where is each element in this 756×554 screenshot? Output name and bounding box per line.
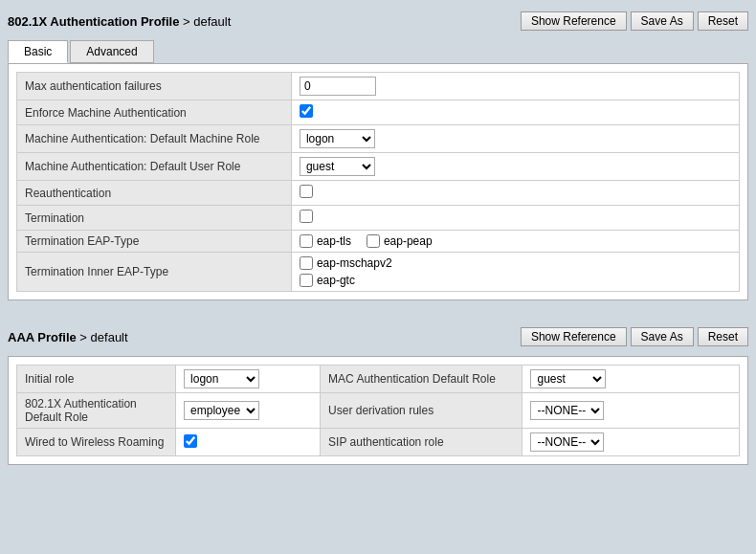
termination-label: Termination bbox=[17, 206, 292, 231]
initial-role-label: Initial role bbox=[17, 366, 176, 393]
reauthentication-label: Reauthentication bbox=[17, 181, 292, 206]
eap-gtc-option: eap-gtc bbox=[300, 274, 731, 287]
max-auth-failures-cell bbox=[291, 73, 739, 100]
sip-authentication-role-cell: --NONE-- bbox=[523, 429, 740, 456]
enforce-machine-auth-checkbox[interactable] bbox=[300, 104, 313, 118]
machine-auth-default-user-role-cell: guest logon employee bbox=[291, 153, 739, 181]
termination-cell bbox=[291, 206, 739, 231]
wired-to-wireless-roaming-checkbox[interactable] bbox=[184, 434, 197, 448]
tab-basic[interactable]: Basic bbox=[8, 40, 68, 63]
section2-title-separator: > bbox=[77, 330, 91, 344]
section2-buttons: Show Reference Save As Reset bbox=[521, 327, 748, 346]
section1-title-prefix: 802.1X Authentication Profile bbox=[8, 14, 179, 29]
section1-title-separator: > bbox=[179, 14, 193, 29]
machine-auth-default-machine-role-select[interactable]: logon guest employee bbox=[300, 129, 375, 148]
mac-auth-default-role-label: MAC Authentication Default Role bbox=[321, 366, 523, 393]
user-derivation-rules-cell: --NONE-- bbox=[523, 393, 740, 429]
initial-role-select[interactable]: logon guest employee bbox=[184, 369, 259, 388]
section1-panel: Max authentication failures Enforce Mach… bbox=[8, 63, 748, 300]
section2-save-as-button[interactable]: Save As bbox=[631, 327, 694, 346]
table-row: Enforce Machine Authentication bbox=[17, 100, 740, 125]
enforce-machine-auth-cell bbox=[291, 100, 739, 125]
machine-auth-default-machine-role-cell: logon guest employee bbox=[291, 125, 739, 153]
dot1x-auth-default-role-cell: employee logon guest bbox=[176, 393, 321, 429]
mac-auth-default-role-cell: guest logon employee bbox=[523, 366, 740, 393]
table-row: Initial role logon guest employee MAC Au… bbox=[17, 366, 740, 393]
section2-reset-button[interactable]: Reset bbox=[698, 327, 748, 346]
eap-peap-checkbox[interactable] bbox=[367, 234, 380, 248]
machine-auth-default-user-role-label: Machine Authentication: Default User Rol… bbox=[17, 153, 292, 181]
reauthentication-cell bbox=[291, 181, 739, 206]
section1-save-as-button[interactable]: Save As bbox=[631, 11, 694, 31]
table-row: Wired to Wireless Roaming SIP authentica… bbox=[17, 429, 740, 456]
section2-title-value: default bbox=[91, 330, 128, 344]
section2-title: AAA Profile > default bbox=[8, 330, 128, 344]
eap-tls-checkbox[interactable] bbox=[300, 234, 313, 248]
machine-auth-default-machine-role-label: Machine Authentication: Default Machine … bbox=[17, 125, 292, 153]
mac-auth-default-role-select[interactable]: guest logon employee bbox=[530, 369, 606, 388]
sip-authentication-role-select[interactable]: --NONE-- bbox=[530, 432, 604, 452]
table-row: Termination Inner EAP-Type eap-mschapv2 … bbox=[17, 253, 740, 292]
eap-gtc-checkbox[interactable] bbox=[300, 274, 313, 287]
table-row: Reauthentication bbox=[17, 181, 740, 206]
termination-inner-eap-type-cell: eap-mschapv2 eap-gtc bbox=[291, 253, 739, 292]
wired-to-wireless-roaming-label: Wired to Wireless Roaming bbox=[17, 429, 176, 456]
wired-to-wireless-roaming-cell bbox=[176, 429, 321, 456]
enforce-machine-auth-label: Enforce Machine Authentication bbox=[17, 100, 292, 125]
table-row: 802.1X Authentication Default Role emplo… bbox=[17, 393, 740, 429]
table-row: Termination bbox=[17, 206, 740, 231]
tab-advanced[interactable]: Advanced bbox=[70, 40, 153, 63]
reauthentication-checkbox[interactable] bbox=[300, 185, 313, 198]
table-row: Machine Authentication: Default User Rol… bbox=[17, 153, 740, 181]
section1-title: 802.1X Authentication Profile > default bbox=[8, 14, 231, 29]
initial-role-cell: logon guest employee bbox=[176, 366, 321, 393]
aaa-form-table: Initial role logon guest employee MAC Au… bbox=[16, 365, 740, 456]
section1-tabs: Basic Advanced bbox=[8, 40, 748, 63]
max-auth-failures-label: Max authentication failures bbox=[17, 73, 292, 100]
user-derivation-rules-label: User derivation rules bbox=[321, 393, 523, 429]
section2-panel: Initial role logon guest employee MAC Au… bbox=[8, 356, 748, 465]
section2-show-reference-button[interactable]: Show Reference bbox=[521, 327, 627, 346]
termination-eap-type-label: Termination EAP-Type bbox=[17, 231, 292, 253]
eap-gtc-label: eap-gtc bbox=[317, 274, 355, 287]
termination-inner-eap-options: eap-mschapv2 eap-gtc bbox=[300, 256, 731, 287]
section1-buttons: Show Reference Save As Reset bbox=[521, 11, 748, 31]
section2-header: AAA Profile > default Show Reference Sav… bbox=[8, 323, 748, 350]
termination-checkbox[interactable] bbox=[300, 210, 313, 223]
sip-authentication-role-label: SIP authentication role bbox=[321, 429, 523, 456]
max-auth-failures-input[interactable] bbox=[300, 77, 376, 96]
dot1x-auth-default-role-label: 802.1X Authentication Default Role bbox=[17, 393, 176, 429]
eap-mschapv2-checkbox[interactable] bbox=[300, 256, 313, 270]
section1-title-value: default bbox=[193, 14, 231, 29]
eap-peap-option: eap-peap bbox=[367, 234, 433, 248]
section1-reset-button[interactable]: Reset bbox=[698, 11, 748, 31]
termination-inner-eap-type-label: Termination Inner EAP-Type bbox=[17, 253, 292, 292]
eap-mschapv2-label: eap-mschapv2 bbox=[317, 256, 392, 270]
section1-show-reference-button[interactable]: Show Reference bbox=[521, 11, 627, 31]
section2-title-prefix: AAA Profile bbox=[8, 330, 77, 344]
dot1x-auth-profile-section: 802.1X Authentication Profile > default … bbox=[8, 8, 748, 300]
section1-form-table: Max authentication failures Enforce Mach… bbox=[16, 72, 740, 292]
termination-eap-type-options: eap-tls eap-peap bbox=[300, 234, 731, 248]
section1-header: 802.1X Authentication Profile > default … bbox=[8, 8, 748, 34]
eap-peap-label: eap-peap bbox=[384, 234, 433, 248]
table-row: Max authentication failures bbox=[17, 73, 740, 100]
termination-eap-type-cell: eap-tls eap-peap bbox=[291, 231, 739, 253]
table-row: Machine Authentication: Default Machine … bbox=[17, 125, 740, 153]
user-derivation-rules-select[interactable]: --NONE-- bbox=[530, 401, 604, 420]
eap-tls-label: eap-tls bbox=[317, 234, 351, 248]
aaa-profile-section: AAA Profile > default Show Reference Sav… bbox=[8, 323, 748, 465]
machine-auth-default-user-role-select[interactable]: guest logon employee bbox=[300, 157, 375, 176]
dot1x-auth-default-role-select[interactable]: employee logon guest bbox=[184, 401, 259, 420]
table-row: Termination EAP-Type eap-tls eap-peap bbox=[17, 231, 740, 253]
eap-mschapv2-option: eap-mschapv2 bbox=[300, 256, 731, 270]
eap-tls-option: eap-tls bbox=[300, 234, 351, 248]
